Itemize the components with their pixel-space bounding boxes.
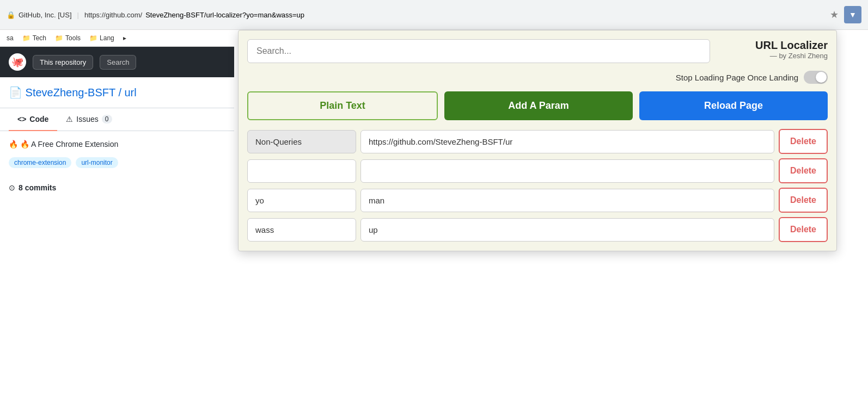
delete-button-2[interactable]: Delete	[779, 188, 828, 213]
bookmark-tech: 📁 Tech	[22, 34, 46, 42]
param-value-3	[360, 218, 774, 242]
param-key-2	[247, 189, 356, 212]
reload-page-button[interactable]: Reload Page	[639, 91, 828, 120]
commits-count: ⊙ 8 commits	[0, 175, 234, 201]
bookmarks-bar: sa 📁 Tech 📁 Tools 📁 Lang ▸	[0, 30, 234, 47]
toggle-knob	[816, 72, 827, 83]
issues-badge: 0	[102, 115, 112, 123]
table-row: Delete	[247, 158, 828, 183]
action-buttons: Plain Text Add A Param Reload Page	[247, 91, 828, 120]
tab-code[interactable]: <> Code	[9, 108, 57, 131]
url-prefix: https://github.com/	[84, 11, 142, 19]
separator: |	[77, 11, 79, 19]
popup-subtitle: — by Zeshi Zheng	[719, 52, 828, 60]
bookmark-lang: 📁 Lang	[89, 34, 114, 42]
table-row: Delete	[247, 217, 828, 242]
repo-tags: chrome-extension url-monitor	[0, 157, 234, 175]
param-key-0	[247, 130, 356, 153]
this-repo-button[interactable]: This repository	[33, 55, 93, 70]
delete-button-0[interactable]: Delete	[779, 129, 828, 154]
browser-security: 🔒 GitHub, Inc. [US] | https://github.com…	[7, 11, 304, 19]
param-value-input-3[interactable]	[360, 218, 774, 242]
param-value-2	[360, 189, 774, 212]
browser-chrome: 🔒 GitHub, Inc. [US] | https://github.com…	[0, 0, 868, 30]
table-row: Delete	[247, 188, 828, 213]
param-value-input-0[interactable]	[360, 130, 774, 153]
param-key-input-2[interactable]	[247, 189, 356, 212]
github-tabs: <> Code ⚠ Issues 0	[0, 108, 234, 131]
extensions-button[interactable]: ▼	[844, 6, 861, 23]
toggle-label: Stop Loading Page Once Landing	[676, 73, 798, 82]
tab-code-label: Code	[29, 115, 48, 123]
param-key-3	[247, 218, 356, 242]
search-input[interactable]	[247, 39, 710, 63]
search-container	[247, 39, 710, 63]
popup-header: URL Localizer — by Zeshi Zheng	[247, 39, 828, 63]
param-key-input-3[interactable]	[247, 218, 356, 242]
delete-button-1[interactable]: Delete	[779, 158, 828, 183]
github-page: sa 📁 Tech 📁 Tools 📁 Lang ▸ 🐙 This reposi…	[0, 30, 234, 396]
tag-chrome-extension[interactable]: chrome-extension	[9, 157, 71, 168]
tab-issues[interactable]: ⚠ Issues 0	[57, 108, 120, 131]
commits-icon: ⊙	[9, 183, 15, 192]
github-navbar: 🐙 This repository Search	[0, 47, 234, 77]
url-path: SteveZheng-BSFT/url-localizer?yo=man&was…	[145, 11, 304, 19]
url-localizer-popup: URL Localizer — by Zeshi Zheng Stop Load…	[238, 30, 837, 251]
param-key-1	[247, 159, 356, 183]
repo-header: 📄 SteveZheng-BSFT / url	[0, 77, 234, 108]
fire-emoji: 🔥	[9, 140, 18, 148]
bookmark-sa: sa	[7, 34, 14, 42]
github-org-label: GitHub, Inc. [US]	[19, 11, 72, 19]
bookmark-more: ▸	[123, 34, 126, 42]
code-icon: <>	[17, 115, 26, 123]
popup-title-area: URL Localizer — by Zeshi Zheng	[719, 39, 828, 60]
toggle-row: Stop Loading Page Once Landing	[247, 71, 828, 84]
issues-icon: ⚠	[66, 115, 73, 123]
tag-url-monitor[interactable]: url-monitor	[76, 157, 118, 168]
table-row: Delete	[247, 129, 828, 154]
param-key-input-1[interactable]	[247, 159, 356, 183]
params-table: Delete Delete Delete	[247, 129, 828, 242]
github-search-button[interactable]: Search	[100, 55, 136, 70]
param-value-input-2[interactable]	[360, 189, 774, 212]
popup-title: URL Localizer	[719, 39, 828, 52]
commits-label: 8 commits	[19, 183, 56, 192]
description-text: 🔥 A Free Chrome Extension	[20, 140, 118, 148]
github-logo: 🐙	[9, 53, 26, 71]
star-button[interactable]: ★	[830, 9, 839, 21]
delete-button-3[interactable]: Delete	[779, 217, 828, 242]
bookmark-tools: 📁 Tools	[55, 34, 81, 42]
tab-issues-label: Issues	[76, 115, 98, 123]
param-key-input-0[interactable]	[247, 130, 356, 153]
param-value-1	[360, 159, 774, 183]
repo-title: 📄 SteveZheng-BSFT / url	[9, 86, 225, 99]
stop-loading-toggle[interactable]	[804, 71, 828, 84]
plain-text-button[interactable]: Plain Text	[247, 91, 438, 120]
param-value-input-1[interactable]	[360, 159, 774, 183]
repo-description: 🔥 🔥 A Free Chrome Extension	[0, 131, 234, 157]
lock-icon: 🔒	[7, 11, 15, 19]
add-param-button[interactable]: Add A Param	[444, 91, 633, 120]
param-value-0	[360, 130, 774, 153]
